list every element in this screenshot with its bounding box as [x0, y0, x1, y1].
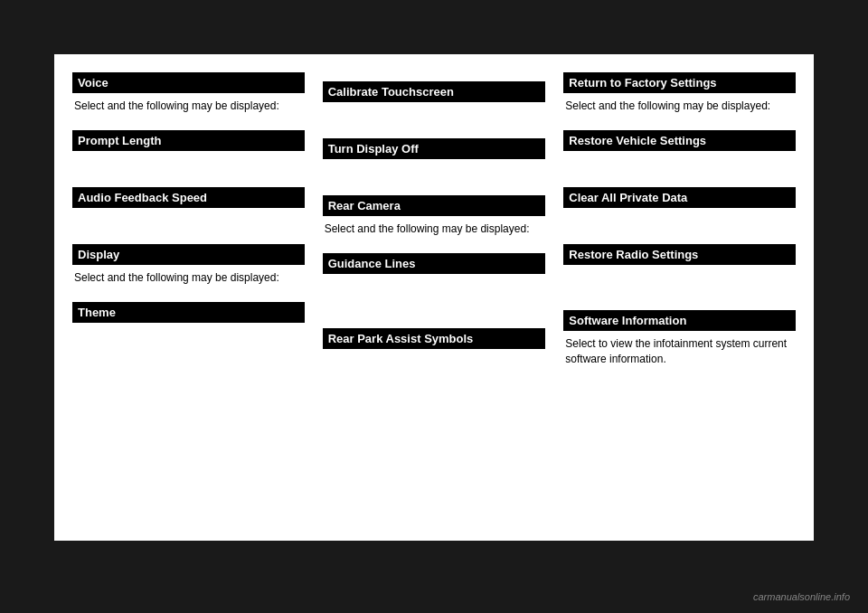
columns-layout: Voice Select and the following may be di… — [72, 72, 796, 523]
display-body: Select and the following may be displaye… — [72, 269, 305, 288]
audio-feedback-speed-header: Audio Feedback Speed — [72, 187, 305, 208]
restore-vehicle-settings-header: Restore Vehicle Settings — [563, 130, 796, 151]
return-to-factory-settings-header: Return to Factory Settings — [563, 72, 796, 93]
software-information-body: Select to view the infotainment system c… — [563, 335, 796, 369]
watermark: carmanualsonline.info — [753, 591, 850, 602]
restore-radio-settings-header: Restore Radio Settings — [563, 244, 796, 265]
return-to-factory-settings-body: Select and the following may be displaye… — [563, 97, 796, 116]
audio-feedback-speed-section: Audio Feedback Speed — [72, 187, 305, 212]
clear-all-private-data-section: Clear All Private Data — [563, 187, 796, 212]
restore-radio-settings-section: Restore Radio Settings — [563, 244, 796, 269]
prompt-length-section: Prompt Length — [72, 130, 305, 155]
restore-vehicle-settings-section: Restore Vehicle Settings — [563, 130, 796, 155]
theme-header: Theme — [72, 302, 305, 323]
col-left: Voice Select and the following may be di… — [72, 72, 314, 523]
clear-all-private-data-header: Clear All Private Data — [563, 187, 796, 208]
display-header: Display — [72, 244, 305, 265]
voice-body: Select and the following may be displaye… — [72, 97, 305, 116]
voice-header: Voice — [72, 72, 305, 93]
return-to-factory-settings-section: Return to Factory Settings Select and th… — [563, 72, 796, 130]
voice-section: Voice Select and the following may be di… — [72, 72, 305, 130]
rear-camera-section: Rear Camera Select and the following may… — [323, 195, 546, 253]
rear-camera-header: Rear Camera — [323, 195, 546, 216]
software-information-header: Software Information — [563, 310, 796, 331]
software-information-section: Software Information Select to view the … — [563, 310, 796, 383]
turn-display-off-header: Turn Display Off — [323, 138, 546, 159]
rear-camera-body: Select and the following may be displaye… — [323, 220, 546, 239]
rear-park-assist-symbols-section: Rear Park Assist Symbols — [323, 328, 546, 353]
calibrate-touchscreen-section: Calibrate Touchscreen — [323, 81, 546, 106]
calibrate-touchscreen-header: Calibrate Touchscreen — [323, 81, 546, 102]
col-middle: Calibrate Touchscreen Turn Display Off R… — [314, 72, 555, 523]
page-content: Voice Select and the following may be di… — [54, 54, 814, 541]
guidance-lines-section: Guidance Lines — [323, 253, 546, 278]
display-section: Display Select and the following may be … — [72, 244, 305, 302]
rear-park-assist-symbols-header: Rear Park Assist Symbols — [323, 328, 546, 349]
guidance-lines-header: Guidance Lines — [323, 253, 546, 274]
prompt-length-header: Prompt Length — [72, 130, 305, 151]
turn-display-off-section: Turn Display Off — [323, 138, 546, 163]
col-right: Return to Factory Settings Select and th… — [554, 72, 796, 523]
theme-section: Theme — [72, 302, 305, 326]
